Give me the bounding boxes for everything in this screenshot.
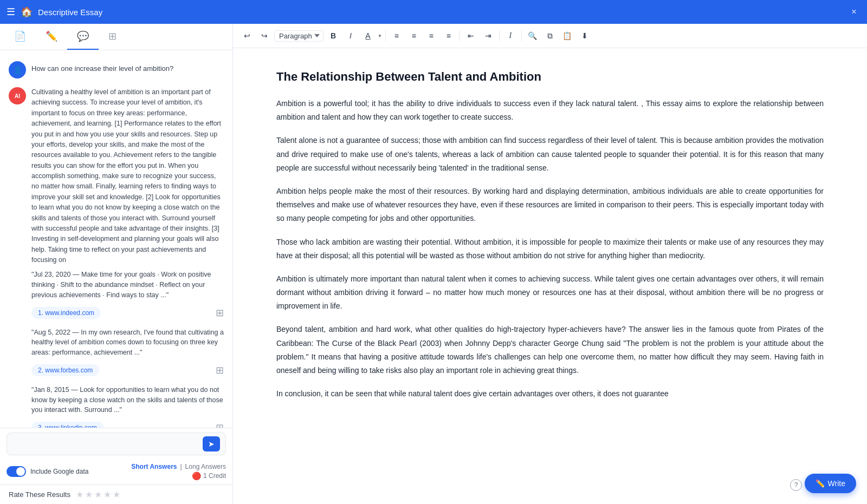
user-message: 👤 How can one increase their level of am… — [0, 57, 232, 83]
long-answers-label[interactable]: Long Answers — [185, 463, 226, 470]
source-2-card: 2. www.forbes.com ⊞ — [31, 364, 224, 376]
user-avatar: 👤 — [9, 61, 26, 78]
hamburger-icon[interactable]: ☰ — [7, 6, 15, 18]
rate-label: Rate These Results — [9, 490, 70, 499]
ai-message: AI Cultivating a healthy level of ambiti… — [0, 83, 232, 270]
source-3-section: 3. www.linkedin.com ⊞ — [0, 417, 232, 428]
tab-document[interactable]: 📄 — [4, 24, 36, 50]
credit-row: 🔴 1 Credit — [192, 472, 226, 480]
source-3-quote: "Jan 8, 2015 — Look for opportunities to… — [0, 385, 232, 417]
source-1-section: 1. www.indeed.com ⊞ — [0, 303, 232, 328]
star-rating[interactable]: ★ ★ ★ ★ ★ — [76, 489, 120, 500]
essay-para-1: Ambition is a powerful tool; it has the … — [276, 97, 824, 124]
essay-para-4: Those who lack ambition are wasting thei… — [276, 235, 824, 263]
write-label: Write — [828, 479, 845, 488]
divider-1 — [385, 30, 386, 41]
undo-button[interactable]: ↩ — [240, 28, 255, 43]
credit-icon: 🔴 — [192, 472, 201, 480]
align-center-button[interactable]: ≡ — [406, 28, 422, 43]
outdent-button[interactable]: ⇤ — [463, 28, 478, 43]
separator: | — [180, 463, 182, 470]
divider-3 — [499, 30, 500, 41]
essay-para-2: Talent alone is not a guarantee of succe… — [276, 134, 824, 175]
help-icon[interactable]: ? — [790, 479, 802, 491]
chat-input[interactable] — [12, 440, 203, 448]
window-title: Descriptive Essay — [38, 8, 842, 17]
copy-style-button[interactable]: ⧉ — [542, 28, 558, 43]
essay-para-3: Ambition helps people make the most of t… — [276, 185, 824, 226]
google-data-toggle[interactable] — [7, 466, 26, 477]
tab-more[interactable]: ⊞ — [99, 24, 126, 50]
underline-button[interactable]: A — [360, 28, 376, 43]
tab-bar: 📄 ✏️ 💬 ⊞ — [0, 24, 232, 50]
ai-response: Cultivating a healthy level of ambition … — [31, 87, 224, 265]
answer-mode: Short Answers | Long Answers — [131, 463, 226, 470]
format-select[interactable]: Paragraph Heading 1 Heading 2 Heading 3 — [274, 30, 323, 42]
source-3-card: 3. www.linkedin.com ⊞ — [31, 422, 224, 428]
toggle-knob — [16, 467, 25, 476]
essay-para-5: Ambition is ultimately more important th… — [276, 272, 824, 313]
write-button[interactable]: ✏️ Write — [805, 474, 856, 493]
search-button[interactable]: 🔍 — [525, 28, 540, 43]
bottom-controls: Include Google data Short Answers | Long… — [0, 460, 232, 485]
italic-serif-button[interactable]: I — [503, 28, 518, 43]
clipboard-button[interactable]: 📋 — [560, 28, 575, 43]
toggle-label: Include Google data — [30, 468, 88, 475]
italic-button[interactable]: I — [343, 28, 358, 43]
title-bar: ☰ 🏠 Descriptive Essay × — [0, 0, 867, 24]
right-panel: ↩ ↪ Paragraph Heading 1 Heading 2 Headin… — [233, 24, 867, 504]
source-1-action[interactable]: ⊞ — [216, 307, 224, 319]
tab-edit[interactable]: ✏️ — [36, 24, 67, 50]
bold-button[interactable]: B — [326, 28, 341, 43]
write-icon: ✏️ — [816, 479, 825, 488]
home-icon[interactable]: 🏠 — [21, 6, 33, 18]
rate-bar: Rate These Results ★ ★ ★ ★ ★ — [0, 485, 232, 504]
input-area: ➤ — [0, 428, 232, 460]
tab-chat[interactable]: 💬 — [67, 24, 99, 50]
send-button[interactable]: ➤ — [203, 436, 220, 451]
close-button[interactable]: × — [847, 5, 860, 18]
app-body: 📄 ✏️ 💬 ⊞ 👤 How can one increase their le… — [0, 24, 867, 504]
source-1-link[interactable]: 1. www.indeed.com — [31, 307, 101, 319]
download-button[interactable]: ⬇ — [577, 28, 592, 43]
star-3[interactable]: ★ — [94, 489, 102, 500]
essay-para-6: Beyond talent, ambition and hard work, w… — [276, 323, 824, 377]
user-question: How can one increase their level of ambi… — [31, 61, 173, 74]
short-answers-label[interactable]: Short Answers — [131, 463, 177, 470]
color-chevron: ▼ — [378, 34, 382, 38]
ai-avatar: AI — [9, 87, 26, 104]
source-3-link[interactable]: 3. www.linkedin.com — [31, 422, 103, 428]
align-left-button[interactable]: ≡ — [389, 28, 404, 43]
essay-title: The Relationship Between Talent and Ambi… — [276, 70, 824, 84]
redo-button[interactable]: ↪ — [257, 28, 272, 43]
source-3-action[interactable]: ⊞ — [216, 422, 224, 428]
source-2-link[interactable]: 2. www.forbes.com — [31, 364, 99, 376]
star-4[interactable]: ★ — [103, 489, 111, 500]
align-justify-button[interactable]: ≡ — [441, 28, 456, 43]
essay-para-7: In conclusion, it can be seen that while… — [276, 387, 824, 401]
editor-toolbar: ↩ ↪ Paragraph Heading 1 Heading 2 Headin… — [233, 24, 867, 48]
star-5[interactable]: ★ — [113, 489, 120, 500]
indent-button[interactable]: ⇥ — [481, 28, 496, 43]
credit-label: 1 Credit — [203, 472, 226, 480]
source-2-action[interactable]: ⊞ — [216, 364, 224, 376]
star-1[interactable]: ★ — [76, 489, 83, 500]
left-panel: 📄 ✏️ 💬 ⊞ 👤 How can one increase their le… — [0, 24, 233, 504]
chat-area: 👤 How can one increase their level of am… — [0, 50, 232, 428]
source-2-section: 2. www.forbes.com ⊞ — [0, 360, 232, 385]
align-right-button[interactable]: ≡ — [424, 28, 439, 43]
source-2-quote: "Aug 5, 2022 — In my own research, I've … — [0, 328, 232, 360]
editor-content[interactable]: The Relationship Between Talent and Ambi… — [233, 48, 867, 504]
source-1-card: 1. www.indeed.com ⊞ — [31, 307, 224, 319]
divider-4 — [521, 30, 522, 41]
google-data-toggle-group: Include Google data — [7, 466, 88, 477]
source-1-quote: "Jul 23, 2020 — Make time for your goals… — [0, 270, 232, 302]
divider-2 — [460, 30, 460, 41]
star-2[interactable]: ★ — [85, 489, 93, 500]
input-row: ➤ — [7, 433, 226, 455]
